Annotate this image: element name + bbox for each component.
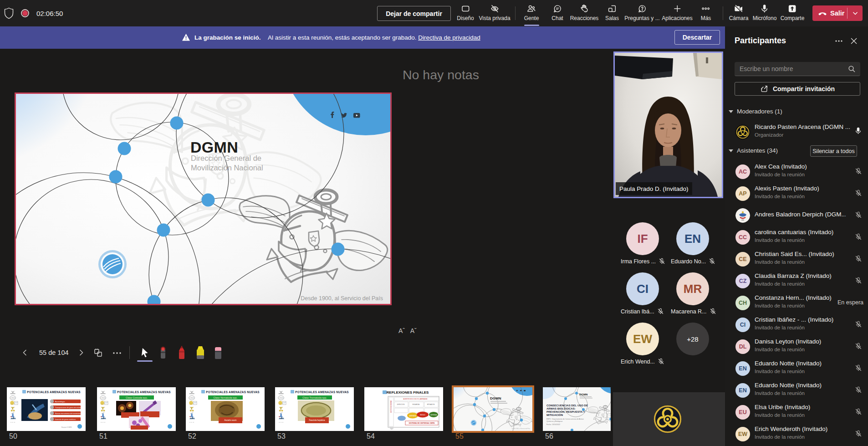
svg-text:RIESGO: RIESGO: [420, 414, 425, 416]
svg-text:BIOTERRORISMO: BIOTERRORISMO: [390, 400, 392, 413]
svg-text:PREVENCIÓN, RESPUESTA Y: PREVENCIÓN, RESPUESTA Y: [546, 410, 585, 413]
svg-text:Clase Nematoda spp.: Clase Nematoda spp.: [214, 396, 238, 399]
svg-text:ARMAS BIOLÓGICAS:: ARMAS BIOLÓGICAS:: [546, 407, 576, 410]
svg-text:MITIGACIÓN: MITIGACIÓN: [546, 413, 563, 416]
svg-text:Nuevos mecanismos de transmisi: Nuevos mecanismos de transmisión.: [55, 413, 81, 415]
svg-text:Ascaris suum: Ascaris suum: [224, 419, 236, 421]
svg-text:POTENCIALES AMENAZAS NUEVAS: POTENCIALES AMENAZAS NUEVAS: [206, 390, 260, 394]
svg-text:1958: 1958: [11, 397, 15, 399]
svg-text:CONSECUENCIAS DEL USO DE: CONSECUENCIAS DEL USO DE: [546, 404, 588, 407]
svg-text:1958: 1958: [190, 397, 194, 399]
svg-text:Dirección General de: Dirección General de: [191, 154, 261, 162]
svg-text:Fasciola hepática: Fasciola hepática: [309, 419, 325, 421]
svg-text:AGENTES BIOLOGICOS | AMENAZAS: AGENTES BIOLOGICOS | AMENAZAS: [403, 398, 428, 400]
svg-text:Fecha: 13/10/2022: Fecha: 13/10/2022: [546, 424, 560, 425]
svg-text:VIGILANCIA: VIGILANCIA: [412, 404, 419, 405]
svg-text:SISTEMA DE DEFENSA CBRN: SISTEMA DE DEFENSA CBRN: [408, 422, 434, 424]
svg-text:Desde 1900, al Servicio del Pa: Desde 1900, al Servicio del País: [301, 295, 383, 302]
svg-text:DGMN: DGMN: [490, 396, 501, 400]
svg-text:MITIGACION: MITIGACION: [427, 404, 435, 405]
svg-text:Clase Trematoda spp.: Clase Trematoda spp.: [302, 396, 327, 399]
svg-text:DGMN: DGMN: [190, 138, 238, 156]
svg-text:Transposiciones de genes de vi: Transposiciones de genes de virulencia: [55, 407, 83, 409]
svg-text:POTENCIALES AMENAZAS NUEVAS: POTENCIALES AMENAZAS NUEVAS: [117, 390, 171, 394]
svg-text:Desde 1900, al Servicio del Pa: Desde 1900, al Servicio del Pais: [512, 428, 531, 430]
svg-text:Inserción de genes sintéticos: Inserción de genes sintéticos: [55, 419, 76, 420]
svg-text:EMTC: Departamento de Consecue: EMTC: Departamento de Consecuencias de A…: [546, 418, 584, 420]
svg-text:DGMN: DGMN: [579, 393, 587, 396]
svg-text:Movilización Nacional: Movilización Nacional: [191, 164, 263, 172]
svg-text:1958: 1958: [101, 397, 105, 399]
svg-text:Clase Cestoda spp.: Clase Cestoda spp.: [126, 396, 148, 399]
svg-text:Bacteriófagos: Bacteriófagos: [55, 401, 65, 403]
svg-text:DETECCION: DETECCION: [397, 404, 404, 405]
svg-text:POTENCIALES AMENAZAS NUEVAS: POTENCIALES AMENAZAS NUEVAS: [295, 390, 349, 394]
svg-text:Equipo DGMN: Equipo DGMN: [61, 426, 72, 428]
svg-text:1958: 1958: [279, 397, 283, 399]
svg-text:POTENCIALES AMENAZAS NUEVAS: POTENCIALES AMENAZAS NUEVAS: [27, 390, 81, 394]
svg-text:DEFENSA: DEFENSA: [430, 414, 437, 416]
svg-text:Químicas y Biológicas: Químicas y Biológicas: [546, 420, 563, 422]
svg-text:Paula Prado D. (Invitado): Paula Prado D. (Invitado): [619, 185, 689, 192]
svg-text:REFLEXIONES FINALES: REFLEXIONES FINALES: [387, 390, 429, 395]
svg-text:AMENAZA: AMENAZA: [409, 415, 416, 417]
